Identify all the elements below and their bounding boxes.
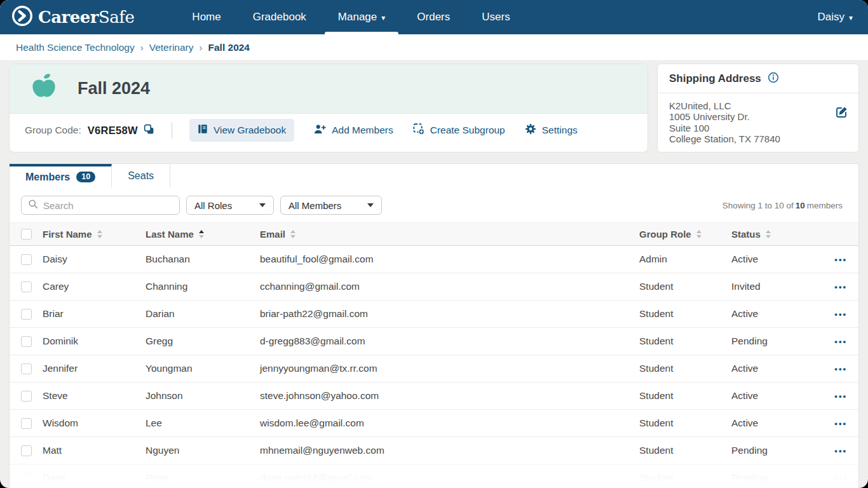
row-checkbox[interactable]: [21, 281, 32, 292]
row-actions-button[interactable]: •••: [834, 255, 847, 264]
breadcrumb-link-health-science[interactable]: Health Science Technology: [16, 42, 135, 53]
create-subgroup-icon: [413, 123, 424, 137]
info-icon[interactable]: [768, 72, 779, 86]
cell-email: briar-path22@gmail.com: [260, 308, 639, 320]
row-actions-button[interactable]: •••: [834, 391, 847, 401]
edit-icon: [835, 111, 848, 121]
divider: [172, 122, 172, 139]
nav-gradebook[interactable]: Gradebook: [237, 0, 322, 34]
row-checkbox[interactable]: [21, 418, 32, 429]
table-row: Daisy Buchanan beautiful_fool@gmail.com …: [10, 246, 858, 273]
row-checkbox[interactable]: [21, 336, 32, 347]
cell-group-role: Student: [639, 363, 731, 374]
cell-email: jennyyoungman@tx.rr.com: [260, 363, 639, 374]
cell-status: Active: [731, 254, 830, 265]
breadcrumb-separator: ›: [140, 42, 144, 53]
column-header-status[interactable]: Status: [731, 229, 830, 240]
cell-group-role: Student: [639, 390, 731, 402]
members-panel: Members 10 Seats All Roles All Membe: [9, 163, 859, 488]
chevron-down-icon: ▾: [381, 13, 385, 22]
cell-email: d-gregg883@gmail.com: [260, 336, 639, 347]
nav-orders[interactable]: Orders: [401, 0, 466, 34]
cell-status: Active: [731, 417, 830, 429]
cell-email: cchanning@gmail.com: [260, 281, 639, 292]
cell-email: dane.peter12@gmail.com: [260, 472, 639, 484]
edit-shipping-address-button[interactable]: [835, 105, 848, 121]
row-checkbox[interactable]: [21, 391, 32, 402]
create-subgroup-button[interactable]: Create Subgroup: [413, 123, 505, 137]
cell-group-role: Student: [639, 445, 731, 456]
column-header-last-name[interactable]: Last Name: [146, 229, 260, 240]
row-checkbox[interactable]: [21, 363, 32, 374]
cell-first-name: Dominik: [43, 336, 146, 347]
cell-first-name: Wisdom: [43, 417, 146, 429]
cell-first-name: Daisy: [43, 254, 146, 265]
careersafe-chevron-icon: [11, 5, 33, 29]
cell-group-role: Student: [639, 336, 731, 347]
view-gradebook-button[interactable]: View Gradebook: [189, 119, 294, 142]
cell-last-name: Channing: [146, 281, 260, 292]
row-actions-button[interactable]: •••: [834, 419, 847, 428]
table-row: Carey Channing cchanning@gmail.com Stude…: [10, 273, 858, 301]
group-code-label: Group Code:: [25, 125, 81, 136]
row-actions-button[interactable]: •••: [834, 309, 847, 319]
cell-last-name: Johnson: [146, 390, 260, 402]
nav-home[interactable]: Home: [176, 0, 236, 34]
members-filter-select[interactable]: All Members: [280, 196, 382, 215]
showing-summary: Showing 1 to 10 of10members: [722, 201, 847, 210]
gradebook-icon: [198, 124, 208, 137]
members-count-badge: 10: [76, 172, 95, 183]
tab-seats[interactable]: Seats: [112, 164, 170, 187]
careersafe-logo[interactable]: CareerSafe: [11, 5, 134, 29]
select-all-checkbox[interactable]: [21, 229, 32, 240]
row-checkbox[interactable]: [21, 309, 32, 320]
cell-status: Active: [731, 363, 830, 374]
user-menu[interactable]: Daisy▾: [817, 11, 853, 24]
cell-email: wisdom.lee@gmail.com: [260, 417, 639, 429]
shipping-address-title: Shipping Address: [669, 72, 761, 85]
nav-manage[interactable]: Manage▾: [322, 0, 401, 34]
roles-filter-select[interactable]: All Roles: [186, 196, 274, 215]
row-checkbox[interactable]: [21, 445, 32, 456]
cell-first-name: Carey: [43, 281, 146, 292]
cell-last-name: Nguyen: [146, 445, 260, 456]
add-members-button[interactable]: Add Members: [314, 124, 393, 137]
settings-button[interactable]: Settings: [525, 123, 578, 137]
table-row: Steve Johnson steve.johnson@yahoo.com St…: [10, 383, 858, 410]
row-actions-button[interactable]: •••: [834, 364, 847, 374]
cell-last-name: Lee: [146, 417, 260, 429]
top-navbar: CareerSafe Home Gradebook Manage▾ Orders…: [0, 0, 868, 34]
cell-group-role: Student: [639, 417, 731, 429]
cell-email: beautiful_fool@gmail.com: [260, 254, 639, 265]
table-row: Briar Darian briar-path22@gmail.com Stud…: [10, 301, 858, 328]
row-actions-button[interactable]: •••: [834, 337, 847, 346]
column-header-group-role[interactable]: Group Role: [639, 229, 731, 240]
breadcrumb: Health Science Technology › Veterinary ›…: [0, 34, 868, 61]
cell-last-name: Darian: [146, 308, 260, 320]
cell-first-name: Dane: [43, 472, 146, 484]
filter-toolbar: All Roles All Members Showing 1 to 10 of…: [10, 187, 858, 222]
page-title: Fall 2024: [78, 79, 150, 98]
cell-status: Invited: [731, 281, 830, 292]
table-row: Wisdom Lee wisdom.lee@gmail.com Student …: [10, 410, 858, 437]
row-checkbox[interactable]: [21, 473, 32, 484]
search-input[interactable]: [43, 200, 173, 211]
cell-status: Pending: [731, 472, 830, 484]
row-checkbox[interactable]: [21, 254, 32, 265]
cell-last-name: Buchanan: [146, 254, 260, 265]
copy-group-code-button[interactable]: [144, 124, 154, 137]
breadcrumb-link-veterinary[interactable]: Veterinary: [149, 42, 194, 53]
sort-icon: [766, 230, 771, 238]
main-nav: Home Gradebook Manage▾ Orders Users: [176, 0, 526, 34]
table-row: Dominik Gregg d-gregg883@gmail.com Stude…: [10, 328, 858, 355]
row-actions-button[interactable]: •••: [834, 282, 847, 292]
column-header-first-name[interactable]: First Name: [43, 229, 146, 240]
tab-members[interactable]: Members 10: [10, 164, 112, 187]
row-actions-button[interactable]: •••: [834, 446, 847, 456]
row-actions-button[interactable]: •••: [834, 473, 847, 483]
cell-first-name: Jennifer: [43, 363, 146, 374]
cell-status: Pending: [731, 336, 830, 347]
nav-users[interactable]: Users: [466, 0, 526, 34]
column-header-email[interactable]: Email: [260, 229, 639, 240]
cell-status: Active: [731, 308, 830, 320]
